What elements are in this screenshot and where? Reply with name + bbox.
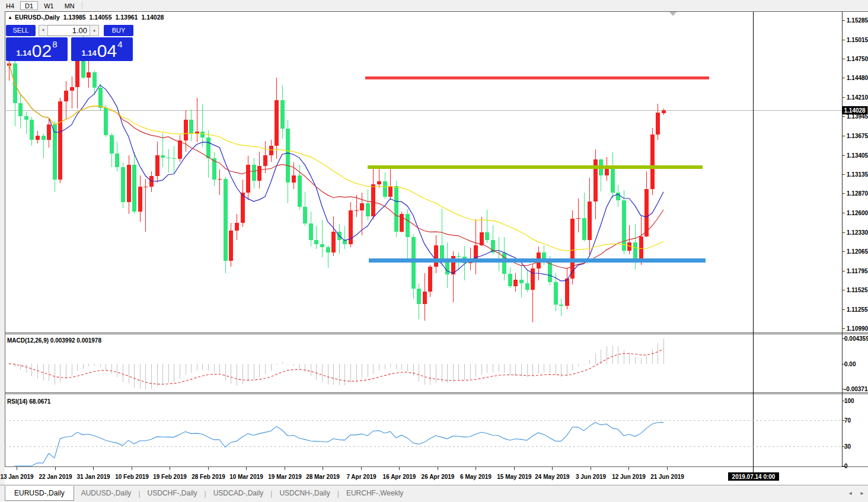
timeframe-button-d1[interactable]: D1 [20, 1, 38, 10]
svg-text:3 Jun 2019: 3 Jun 2019 [576, 474, 607, 480]
svg-text:70: 70 [844, 417, 851, 424]
sell-price-big: 02 [32, 42, 52, 60]
svg-text:1.13405: 1.13405 [847, 152, 868, 159]
sell-button[interactable]: SELL [6, 25, 36, 36]
svg-text:1.13135: 1.13135 [847, 171, 868, 178]
ohlc-open: 1.13985 [63, 14, 86, 21]
svg-text:0.004359: 0.004359 [844, 335, 868, 342]
svg-text:0.00: 0.00 [844, 361, 856, 367]
svg-text:1.14750: 1.14750 [847, 56, 868, 62]
svg-text:13 Jan 2019: 13 Jan 2019 [0, 474, 34, 480]
svg-text:19 Feb 2019: 19 Feb 2019 [153, 474, 187, 480]
svg-text:1.12600: 1.12600 [847, 210, 868, 216]
tab-scroll-right-icon[interactable]: ► [860, 491, 864, 496]
chevron-down-icon: ▼ [42, 28, 45, 32]
chart-tab-eurchf-weekly[interactable]: EURCHF-,Weekly [339, 486, 410, 501]
one-click-trading-panel: SELL ▼ ▲ BUY 1.14028 1.14044 [6, 25, 136, 61]
svg-text:12 Jun 2019: 12 Jun 2019 [612, 474, 646, 480]
svg-text:21 Jun 2019: 21 Jun 2019 [650, 474, 684, 480]
svg-text:10 Mar 2019: 10 Mar 2019 [229, 474, 263, 480]
volume-increase-button[interactable]: ▲ [90, 25, 99, 36]
macd-label: MACD(12,26,9) 0.003992 0.001978 [7, 337, 101, 344]
ohlc-close: 1.14028 [141, 14, 164, 21]
svg-text:2019.07.14 0:00: 2019.07.14 0:00 [732, 474, 776, 480]
svg-text:24 May 2019: 24 May 2019 [535, 474, 570, 480]
chart-tab-audusd-daily[interactable]: AUDUSD-,Daily [74, 486, 139, 501]
svg-text:26 Apr 2019: 26 Apr 2019 [422, 474, 455, 480]
chart-tab-usdcnh-daily[interactable]: USDCNH-,Daily [272, 486, 337, 501]
svg-text:1.13675: 1.13675 [847, 133, 868, 139]
ohlc-low: 1.13961 [115, 14, 138, 21]
svg-text:22 Jan 2019: 22 Jan 2019 [39, 474, 72, 480]
tab-scroll-left-icon[interactable]: ◄ [848, 491, 853, 496]
price-chart[interactable]: 1.152851.150151.147501.144801.142101.139… [0, 0, 868, 485]
svg-text:28 Feb 2019: 28 Feb 2019 [192, 474, 225, 480]
svg-text:-0.00371: -0.00371 [844, 386, 868, 392]
timeframe-button-w1[interactable]: W1 [39, 1, 59, 10]
svg-text:1.12870: 1.12870 [847, 190, 868, 197]
current-price-label: 1.14028 [843, 106, 868, 114]
timeframe-button-mn[interactable]: MN [60, 1, 79, 10]
sell-price-sup: 8 [52, 39, 57, 49]
symbol-title: EURUSD-,Daily [15, 14, 60, 21]
tab-scroll-arrows: ◄► [848, 485, 864, 501]
chart-ohlc-header: ▲EURUSD-,Daily 1.13985 1.14055 1.13961 1… [8, 14, 165, 21]
chart-tab-eurusd-daily[interactable]: EURUSD-,Daily [5, 486, 74, 501]
volume-decrease-button[interactable]: ▼ [39, 25, 48, 36]
buy-price-quote[interactable]: 1.14044 [71, 37, 133, 61]
svg-text:10 Feb 2019: 10 Feb 2019 [115, 474, 149, 480]
svg-text:1.12330: 1.12330 [847, 229, 868, 236]
symbol-collapse-icon[interactable]: ▲ [8, 15, 12, 20]
timeframe-toolbar: H4D1W1MN [0, 0, 868, 11]
svg-text:28 Mar 2019: 28 Mar 2019 [306, 474, 340, 480]
chart-tab-usdcad-daily[interactable]: USDCAD-,Daily [206, 486, 271, 501]
buy-button[interactable]: BUY [104, 25, 133, 36]
svg-text:6 May 2019: 6 May 2019 [460, 474, 492, 480]
svg-text:1.12065: 1.12065 [847, 248, 868, 255]
svg-text:16 Apr 2019: 16 Apr 2019 [383, 474, 416, 480]
svg-text:1.15015: 1.15015 [847, 37, 868, 43]
svg-text:7 Apr 2019: 7 Apr 2019 [346, 474, 376, 480]
timeframe-button-h4[interactable]: H4 [1, 1, 19, 10]
svg-text:1.11525: 1.11525 [847, 287, 868, 293]
chart-tab-bar: EURUSD-,DailyAUDUSD-,Daily|USDCHF-,Daily… [0, 485, 868, 501]
toolbar-separator [82, 1, 82, 9]
svg-text:30: 30 [844, 443, 851, 450]
svg-text:1.10990: 1.10990 [847, 325, 868, 332]
rsi-label: RSI(14) 68.0671 [7, 398, 51, 405]
volume-input[interactable] [48, 25, 90, 36]
svg-text:1.11255: 1.11255 [847, 306, 868, 313]
svg-text:1.14028: 1.14028 [844, 107, 866, 114]
sell-price-quote[interactable]: 1.14028 [6, 37, 68, 61]
svg-text:15 May 2019: 15 May 2019 [497, 474, 532, 480]
sell-price-prefix: 1.14 [16, 49, 31, 57]
svg-text:31 Jan 2019: 31 Jan 2019 [76, 474, 110, 480]
buy-price-prefix: 1.14 [81, 49, 96, 57]
ohlc-high: 1.14055 [90, 14, 112, 21]
svg-text:1.14210: 1.14210 [847, 94, 868, 101]
svg-text:1.11795: 1.11795 [847, 268, 868, 274]
buy-price-big: 04 [97, 42, 117, 60]
svg-text:19 Mar 2019: 19 Mar 2019 [268, 474, 302, 480]
buy-price-sup: 4 [117, 39, 122, 49]
chart-tab-usdchf-daily[interactable]: USDCHF-,Daily [141, 486, 205, 501]
svg-text:1.14480: 1.14480 [847, 75, 868, 81]
svg-text:0: 0 [844, 463, 848, 469]
chevron-up-icon: ▲ [92, 28, 96, 32]
svg-text:100: 100 [844, 398, 854, 404]
date-cursor-label: 2019.07.14 0:00 [728, 472, 779, 481]
svg-text:1.15285: 1.15285 [847, 17, 868, 24]
